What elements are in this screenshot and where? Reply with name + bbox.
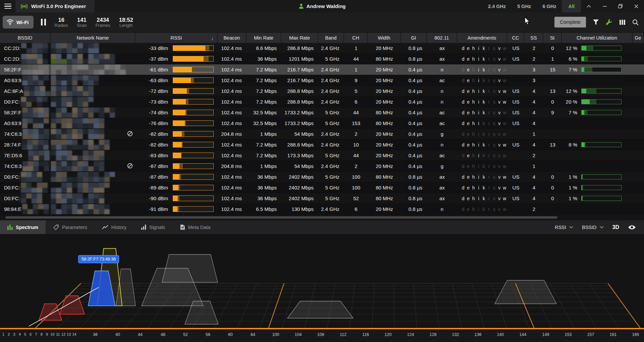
column-header-beacon[interactable]: Beacon — [218, 33, 247, 43]
3d-toggle-button[interactable]: 3D — [612, 224, 619, 230]
table-row[interactable]: 74:C6:3-82 dBm204.8 ms1 Mbps54 Mbps2.4 G… — [0, 129, 644, 139]
channel-label: 157 — [587, 332, 594, 337]
hamburger-menu-icon[interactable] — [0, 0, 15, 12]
visibility-button[interactable] — [628, 225, 636, 230]
value-max-rate: 1733.2 Mbps — [284, 120, 314, 126]
channel-label: 161 — [610, 332, 617, 337]
cell-country-code — [507, 204, 525, 214]
band-filter-5ghz[interactable]: 5 GHz — [512, 0, 537, 12]
table-row[interactable]: D0:FC:-73 dBm102.4 ms7.2 Mbps288.8 Mbps2… — [0, 97, 644, 107]
table-row[interactable]: 28:74:F-82 dBm102.4 ms7.2 Mbps288.8 Mbps… — [0, 139, 644, 150]
value-guard-interval: 0.4 µs — [409, 88, 422, 94]
column-header-ss[interactable]: SS — [525, 33, 543, 43]
table-row[interactable]: 74:C6:3-87 dBm204.8 ms1 Mbps54 Mbps2.4 G… — [0, 161, 644, 172]
cell-min-rate: 32.5 Mbps — [247, 107, 281, 118]
band-boundary-line — [268, 283, 284, 329]
column-header-bssid[interactable]: BSSID — [0, 33, 51, 43]
column-header-ge[interactable]: Ge — [633, 33, 644, 43]
search-button[interactable] — [632, 19, 639, 25]
column-header-min-rate[interactable]: Min Rate — [247, 33, 281, 43]
amendment-letter: v — [497, 89, 502, 94]
cell-max-rate: 2402 Mbps — [281, 182, 318, 193]
axis1-dropdown[interactable]: RSSI — [555, 225, 573, 230]
band-filter-all[interactable]: All — [562, 0, 581, 12]
tab-parameters[interactable]: Parameters — [46, 220, 95, 234]
redacted-pixelation — [22, 129, 51, 139]
amendment-letter: k — [481, 89, 486, 94]
cell-country-code — [507, 161, 525, 171]
amendment-letter: k — [481, 56, 486, 62]
rssi-bar — [173, 163, 214, 169]
value-band: 5 GHz — [325, 56, 339, 62]
column-header-band[interactable]: Band — [318, 33, 344, 43]
rssi-bar-fill — [173, 131, 182, 136]
filter-button[interactable] — [593, 19, 599, 25]
tab-spectrum[interactable]: Spectrum — [0, 220, 46, 234]
table-row[interactable]: CC:2D:-33 dBm102.4 ms8.6 Mbps286.8 Mbps2… — [0, 43, 644, 54]
axis2-dropdown[interactable]: BSSID — [582, 225, 604, 230]
column-header-label: Channel Utilization — [577, 35, 617, 41]
amendment-letter: s — [492, 196, 497, 201]
tab-meta-data[interactable]: Meta Data — [173, 220, 218, 234]
collapse-window-button[interactable] — [581, 0, 597, 12]
restore-button[interactable] — [612, 0, 628, 12]
value-802-11-standard: n — [441, 142, 443, 148]
cell-channel: 2 — [344, 129, 368, 139]
table-row[interactable]: D0:FC:-87 dBm102.4 ms36 Mbps2402 Mbps5 G… — [0, 172, 644, 182]
value-beacon: 102.4 ms — [221, 45, 242, 51]
value-beacon: 102.4 ms — [221, 120, 242, 126]
rssi-bar-fill — [173, 142, 182, 147]
column-header-network-name[interactable]: Network Name — [51, 33, 136, 43]
columns-button[interactable] — [619, 19, 626, 25]
column-header-gi[interactable]: GI — [401, 33, 427, 43]
table-row[interactable]: 7E:D5:6-83 dBm102.4 ms7.2 Mbps173.3 Mbps… — [0, 150, 644, 161]
table-row[interactable]: CC:2D:-37 dBm102.4 ms36 Mbps1201 Mbps5 G… — [0, 54, 644, 64]
column-header-ch[interactable]: CH — [344, 33, 368, 43]
amendment-letter: e — [466, 207, 471, 212]
value-band: 2.4 GHz — [321, 45, 339, 51]
pause-button[interactable] — [41, 19, 46, 25]
value-min-rate: 36 Mbps — [257, 195, 277, 201]
app-tab[interactable]: WinFi 3.0 Pro Engineer — [15, 0, 95, 12]
table-row[interactable]: 58:2F:F-74 dBm102.4 ms32.5 Mbps1733.2 Mb… — [0, 107, 644, 118]
table-row[interactable]: AC:8F:A-72 dBm102.4 ms7.2 Mbps288.8 Mbps… — [0, 86, 644, 97]
band-filter-2-4ghz[interactable]: 2.4 GHz — [482, 0, 512, 12]
cell-channel: 100 — [344, 172, 368, 182]
cell-min-rate: 8.6 Mbps — [247, 43, 281, 53]
cell-max-rate: 1733.2 Mbps — [281, 107, 318, 118]
value-802-11-standard: g — [441, 131, 443, 137]
column-header-width[interactable]: Width — [368, 33, 401, 43]
column-header-max-rate[interactable]: Max Rate — [281, 33, 318, 43]
complete-status-button[interactable]: Complete — [554, 17, 586, 27]
cell-guard-interval: 0.4 µs — [401, 150, 427, 161]
close-button[interactable] — [628, 0, 644, 12]
table-row[interactable]: A0:63:9-63 dBm102.4 ms7.2 Mbps216.7 Mbps… — [0, 75, 644, 86]
table-row[interactable]: D0:FC:-90 dBm102.4 ms36 Mbps2402 Mbps5 G… — [0, 193, 644, 204]
view-tab-bar: SpectrumParametersHistorySignalsMeta Dat… — [0, 220, 644, 234]
settings-button[interactable] — [606, 19, 612, 25]
table-row[interactable]: 58:2F:F-61 dBm102.4 ms7.2 Mbps216.7 Mbps… — [0, 64, 644, 75]
wifi-label: Wi-Fi — [16, 19, 29, 25]
band-filter-6ghz[interactable]: 6 GHz — [537, 0, 562, 12]
wifi-adapter-button[interactable]: Wi-Fi — [3, 16, 34, 28]
table-row[interactable]: D0:FC:-89 dBm102.4 ms36 Mbps2402 Mbps5 G… — [0, 182, 644, 193]
cell-width: 20 MHz — [368, 75, 401, 86]
minimize-button[interactable] — [597, 0, 612, 12]
redacted-pixelation — [21, 97, 51, 107]
column-header-channel-utilization[interactable]: Channel Utilization — [562, 33, 633, 43]
column-header-cc[interactable]: CC — [507, 33, 525, 43]
tab-history[interactable]: History — [95, 220, 134, 234]
column-header-802-11[interactable]: 802.11 — [427, 33, 457, 43]
table-row[interactable]: A0:63:9-76 dBm102.4 ms32.5 Mbps1733.2 Mb… — [0, 118, 644, 129]
tab-signals[interactable]: Signals — [134, 220, 173, 234]
column-header-amendments[interactable]: Amendments — [457, 33, 507, 43]
cell-amendments: dehikrsvw — [457, 107, 507, 118]
cell-rssi: -82 dBm — [136, 139, 218, 150]
scrollbar-thumb[interactable] — [5, 216, 557, 219]
redacted-pixelation — [51, 204, 114, 214]
column-header-rssi[interactable]: RSSI↓ — [136, 33, 218, 43]
spectrum-3d-view[interactable]: 58:2F:F7:73:48:36 — [0, 234, 644, 329]
table-row[interactable]: 98:84:E-91 dBm102.4 ms6.5 Mbps130 Mbps2.… — [0, 204, 644, 215]
cell-stations: 0 — [543, 182, 562, 193]
column-header-st[interactable]: St — [543, 33, 562, 43]
